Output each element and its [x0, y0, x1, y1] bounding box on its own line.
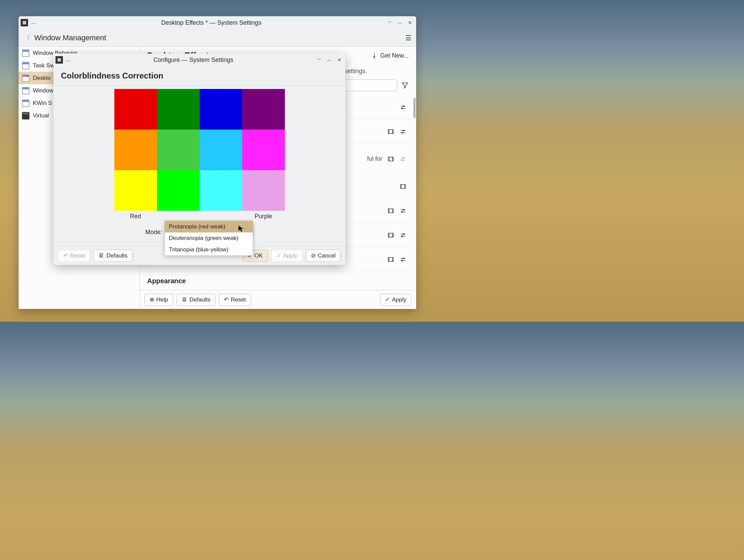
- color-swatch: [114, 89, 157, 130]
- svg-point-15: [403, 157, 404, 158]
- mode-dropdown: Protanopia (red weak) Deuteranopia (gree…: [164, 221, 253, 256]
- button-label: Reset: [231, 296, 246, 303]
- window-title: Desktop Effects * — System Settings: [39, 19, 384, 26]
- minimize-button[interactable]: ﹀: [315, 56, 323, 64]
- svg-point-27: [402, 211, 403, 212]
- color-swatch: [157, 89, 200, 130]
- window-icon: [22, 99, 29, 107]
- button-label: Help: [156, 296, 168, 303]
- dialog-body: Red Purple Mode: Protanopia (red weak) ⌄…: [53, 86, 345, 246]
- svg-point-25: [403, 209, 404, 210]
- color-labels: Red Purple: [114, 213, 285, 220]
- hamburger-icon[interactable]: ☰: [405, 34, 411, 42]
- dropdown-item-tritanopia[interactable]: Tritanopia (blue-yellow): [165, 244, 253, 255]
- button-label: Defaults: [189, 296, 210, 303]
- configure-icon[interactable]: [399, 128, 407, 135]
- breadcrumb[interactable]: Window Management: [34, 33, 106, 42]
- defaults-button[interactable]: 🗎Defaults: [93, 250, 132, 262]
- svg-point-3: [402, 108, 403, 109]
- help-icon: ⊕: [150, 296, 154, 303]
- window-icon: [22, 62, 29, 69]
- get-new-button[interactable]: ⭳ Get New...: [371, 52, 409, 59]
- help-button[interactable]: ⊕Help: [144, 294, 173, 306]
- dialog-titlebar[interactable]: ︿ Configure — System Settings ﹀ ︿ ✕: [53, 53, 345, 66]
- close-button[interactable]: ✕: [406, 19, 414, 27]
- video-icon[interactable]: [387, 231, 394, 239]
- video-icon[interactable]: [387, 207, 394, 215]
- defaults-button[interactable]: 🗎Defaults: [177, 294, 216, 306]
- apply-button[interactable]: ✓Apply: [380, 294, 411, 306]
- sidebar-item-label: Window: [33, 87, 53, 94]
- configure-icon[interactable]: [399, 231, 407, 239]
- main-bottom-bar: ⊕Help 🗎Defaults ↶Reset ✓Apply: [140, 290, 416, 309]
- sidebar-item-label: Task Sw: [33, 62, 54, 69]
- dialog-header: Colorblindness Correction: [53, 66, 345, 86]
- scrollbar[interactable]: [413, 98, 415, 118]
- main-titlebar[interactable]: ︿ Desktop Effects * — System Settings ﹀ …: [19, 16, 416, 29]
- filter-icon[interactable]: [401, 82, 409, 89]
- svg-point-10: [402, 132, 403, 133]
- color-swatch: [114, 130, 157, 170]
- button-label: Defaults: [106, 252, 127, 259]
- reset-button: ↶Reset: [58, 250, 90, 262]
- get-new-label: Get New...: [380, 52, 409, 59]
- color-swatch: [157, 130, 200, 170]
- color-swatch: [114, 170, 157, 211]
- document-icon: 🗎: [98, 252, 104, 259]
- color-label: [157, 213, 200, 220]
- minimize-button[interactable]: ﹀: [386, 19, 394, 27]
- color-swatch: [200, 170, 242, 211]
- button-label: OK: [254, 252, 263, 259]
- dropdown-item-deuteranopia[interactable]: Deuteranopia (green weak): [165, 232, 253, 244]
- virtual-icon: [22, 112, 29, 119]
- dropdown-item-protanopia[interactable]: Protanopia (red weak): [165, 221, 253, 232]
- maximize-button[interactable]: ︿: [396, 19, 404, 27]
- cancel-button[interactable]: ⊘Cancel: [306, 250, 341, 262]
- svg-point-39: [403, 258, 404, 259]
- sidebar-item-label: Deskto: [33, 75, 51, 82]
- breadcrumb-bar: 〈 Window Management ☰: [19, 29, 416, 47]
- color-swatch: [242, 89, 285, 130]
- sidebar-item-label: KWin S: [33, 100, 52, 107]
- maximize-button[interactable]: ︿: [325, 56, 333, 64]
- color-swatch: [242, 170, 285, 211]
- dialog-title: Configure — System Settings: [74, 57, 313, 64]
- undo-icon: ↶: [63, 252, 68, 259]
- chevron-up-icon[interactable]: ︿: [30, 19, 37, 26]
- color-swatch: [157, 170, 200, 211]
- check-icon: ✓: [385, 296, 390, 303]
- close-button[interactable]: ✕: [335, 56, 343, 64]
- configure-dialog: ︿ Configure — System Settings ﹀ ︿ ✕ Colo…: [53, 53, 345, 265]
- configure-icon[interactable]: [399, 155, 407, 163]
- svg-point-32: [403, 233, 404, 234]
- chevron-up-icon[interactable]: ︿: [65, 57, 72, 64]
- configure-icon[interactable]: [399, 256, 407, 263]
- configure-icon[interactable]: [399, 104, 407, 111]
- document-icon: 🗎: [182, 296, 187, 303]
- app-icon: [21, 19, 28, 26]
- window-icon: [22, 49, 29, 57]
- mode-label: Mode:: [145, 229, 162, 236]
- color-swatch: [200, 89, 242, 130]
- window-icon: [22, 87, 29, 94]
- video-icon[interactable]: [387, 128, 394, 135]
- video-icon[interactable]: [387, 256, 394, 263]
- color-swatch: [242, 130, 285, 170]
- download-icon: ⭳: [371, 52, 378, 59]
- svg-point-1: [403, 106, 404, 107]
- video-icon[interactable]: [387, 155, 394, 163]
- svg-point-17: [402, 159, 403, 160]
- color-label-red: Red: [114, 213, 157, 220]
- reset-button[interactable]: ↶Reset: [219, 294, 251, 306]
- app-icon: [55, 56, 63, 64]
- back-icon[interactable]: 〈: [23, 33, 31, 42]
- svg-point-8: [403, 130, 404, 131]
- button-label: Apply: [283, 252, 298, 259]
- color-label-purple: Purple: [242, 213, 285, 220]
- effects-icon: [22, 74, 29, 82]
- apply-button: ✓Apply: [271, 250, 303, 262]
- check-icon: ✓: [276, 252, 281, 259]
- video-icon[interactable]: [399, 183, 407, 190]
- button-label: Reset: [70, 252, 85, 259]
- configure-icon[interactable]: [399, 207, 407, 215]
